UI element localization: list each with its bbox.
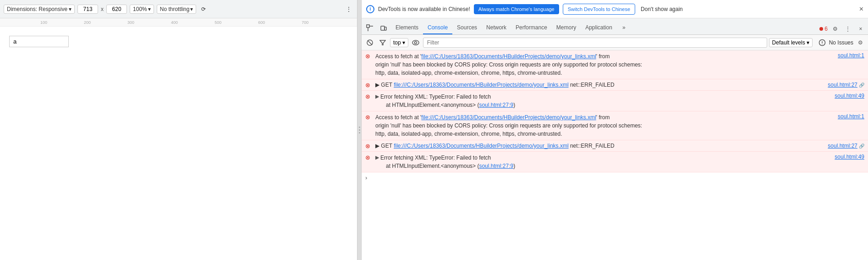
get-line-1: ⊗ ▶ GET file:///C:/Users/18363/Documents…	[362, 79, 868, 91]
console-content: ⊗ soul.html:1 Access to fetch at 'file:/…	[362, 50, 868, 260]
notification-bar: i DevTools is now available in Chinese! …	[362, 0, 868, 18]
x-separator: x	[101, 6, 104, 12]
console-toolbar: top ▾ Default levels ▾ No Issues ⚙	[362, 35, 868, 50]
height-input[interactable]: 620	[106, 5, 127, 14]
svg-rect-3	[381, 26, 385, 30]
device-mode-icon[interactable]	[377, 22, 390, 34]
dismiss-link[interactable]: Don't show again	[641, 6, 683, 12]
ruler-mark: 600	[258, 20, 265, 25]
error-item-cors-1: ⊗ soul.html:1 Access to fetch at 'file:/…	[362, 50, 868, 79]
error-icon-get2: ⊗	[365, 143, 370, 149]
devtools-right-icons: 6 ⚙ ⋮ ×	[819, 23, 866, 34]
error-expandable-2: ▶ Error fetching XML: TypeError: Failed …	[375, 154, 835, 170]
tab-console[interactable]: Console	[423, 22, 452, 34]
issues-count: No Issues ⚙	[817, 38, 865, 48]
external-link-icon-1[interactable]: 🔗	[859, 83, 864, 88]
issues-settings-icon[interactable]: ⚙	[855, 38, 865, 48]
clear-console-button[interactable]	[364, 37, 375, 48]
dimensions-selector[interactable]: Dimensions: Responsive ▾	[4, 5, 75, 14]
console-cursor[interactable]	[370, 175, 374, 181]
error-icon-fetch1: ⊗	[365, 93, 370, 100]
switch-language-button[interactable]: Switch DevTools to Chinese	[563, 4, 635, 15]
svg-line-6	[368, 40, 372, 45]
error-source-link-fetch2[interactable]: soul.html:49	[835, 154, 864, 160]
context-arrow: ▾	[402, 39, 405, 46]
zoom-label: 100%	[133, 6, 147, 12]
error-icon-cors2: ⊗	[365, 114, 370, 121]
filter-toggle-button[interactable]	[377, 37, 388, 48]
get-url-2[interactable]: file:///C:/Users/18363/Documents/HBuilde…	[394, 143, 568, 149]
fetch-stack-link-1[interactable]: soul.html:27:9	[479, 102, 513, 108]
error-source-link-fetch1[interactable]: soul.html:49	[835, 93, 864, 99]
error-subtext-1b: http, data, isolated-app, chrome-extensi…	[375, 69, 864, 77]
ruler-mark: 200	[84, 20, 91, 25]
tab-performance[interactable]: Performance	[511, 22, 552, 34]
error-fetch-text-2: Error fetching XML: TypeError: Failed to…	[380, 154, 515, 162]
error-item-fetch-2: ⊗ soul.html:49 ▶ Error fetching XML: Typ…	[362, 152, 868, 172]
ruler-mark: 500	[214, 20, 221, 25]
tab-network[interactable]: Network	[482, 22, 511, 34]
error-source-link-2[interactable]: soul.html:1	[838, 113, 864, 120]
info-icon: i	[366, 5, 374, 13]
divider-handle	[359, 127, 360, 133]
ruler-row: 100 200 300 400 500 600 700	[0, 18, 357, 27]
get-source-2[interactable]: soul.html:27	[828, 143, 857, 149]
device-toolbar: Dimensions: Responsive ▾ 713 x 620 100% …	[0, 0, 357, 18]
cors-url-1[interactable]: file:///C:/Users/18363/Documents/HBuilde…	[421, 53, 596, 60]
error-fetch-stack-1: at HTMLInputElement.<anonymous> (soul.ht…	[380, 101, 515, 109]
throttle-selector[interactable]: No throttling ▾	[157, 5, 197, 14]
match-language-button[interactable]: Always match Chrome's language	[474, 4, 559, 14]
console-filter-input[interactable]	[423, 38, 767, 48]
tab-elements[interactable]: Elements	[391, 22, 423, 34]
panel-divider[interactable]	[357, 0, 361, 260]
get-url-1[interactable]: file:///C:/Users/18363/Documents/HBuilde…	[394, 82, 568, 88]
issues-label: No Issues	[829, 39, 853, 46]
expand-arrow-1[interactable]: ▶	[375, 94, 379, 100]
expand-arrow-2[interactable]: ▶	[375, 155, 379, 160]
error-indicator	[819, 27, 823, 31]
inspect-element-icon[interactable]	[363, 22, 376, 34]
tab-memory[interactable]: Memory	[552, 22, 581, 34]
context-label: top	[393, 39, 401, 46]
more-tabs-button[interactable]: »	[618, 22, 630, 34]
error-item-fetch-1: ⊗ soul.html:49 ▶ Error fetching XML: Typ…	[362, 91, 868, 111]
log-levels-selector[interactable]: Default levels ▾	[769, 38, 813, 47]
throttle-arrow: ▾	[190, 6, 193, 12]
devtools-settings-icon[interactable]: ⚙	[830, 23, 841, 34]
rotate-icon[interactable]: ⟳	[199, 5, 208, 14]
error-count: 6	[824, 26, 828, 32]
get-source-1[interactable]: soul.html:27	[828, 82, 857, 88]
error-icon-fetch2: ⊗	[365, 154, 370, 161]
ruler-mark: 100	[40, 20, 47, 25]
throttle-label: No throttling	[160, 6, 190, 12]
external-link-icon-2[interactable]: 🔗	[859, 144, 864, 149]
zoom-selector[interactable]: 100% ▾	[130, 5, 154, 14]
svg-point-8	[412, 40, 419, 45]
page-input[interactable]: a	[9, 36, 69, 47]
devtools-close-button[interactable]: ×	[855, 23, 866, 34]
ruler-mark: 700	[302, 20, 308, 25]
issues-icon[interactable]	[817, 38, 827, 48]
levels-arrow: ▾	[807, 39, 809, 46]
ruler-mark: 300	[127, 20, 134, 25]
svg-point-12	[822, 44, 823, 44]
levels-label: Default levels	[772, 39, 805, 46]
get-line-2: ⊗ ▶ GET file:///C:/Users/18363/Documents…	[362, 140, 868, 152]
error-badge[interactable]: 6	[819, 26, 828, 32]
devtools-tabbar: Elements Console Sources Network Perform…	[362, 18, 868, 35]
notification-close-button[interactable]: ×	[859, 5, 863, 13]
width-input[interactable]: 713	[77, 5, 98, 14]
error-source-link-1[interactable]: soul.html:1	[838, 52, 864, 59]
more-options-icon[interactable]: ⋮	[344, 5, 353, 14]
error-icon: ⊗	[365, 53, 370, 60]
live-expression-button[interactable]	[410, 37, 421, 48]
svg-rect-0	[367, 25, 369, 28]
svg-point-9	[414, 41, 417, 44]
fetch-stack-link-2[interactable]: soul.html:27:9	[479, 163, 513, 169]
error-expandable-1: ▶ Error fetching XML: TypeError: Failed …	[375, 93, 835, 109]
tab-sources[interactable]: Sources	[452, 22, 482, 34]
cors-url-2[interactable]: file:///C:/Users/18363/Documents/HBuilde…	[421, 114, 596, 121]
devtools-menu-icon[interactable]: ⋮	[842, 23, 853, 34]
context-selector[interactable]: top ▾	[390, 38, 408, 47]
tab-application[interactable]: Application	[581, 22, 617, 34]
